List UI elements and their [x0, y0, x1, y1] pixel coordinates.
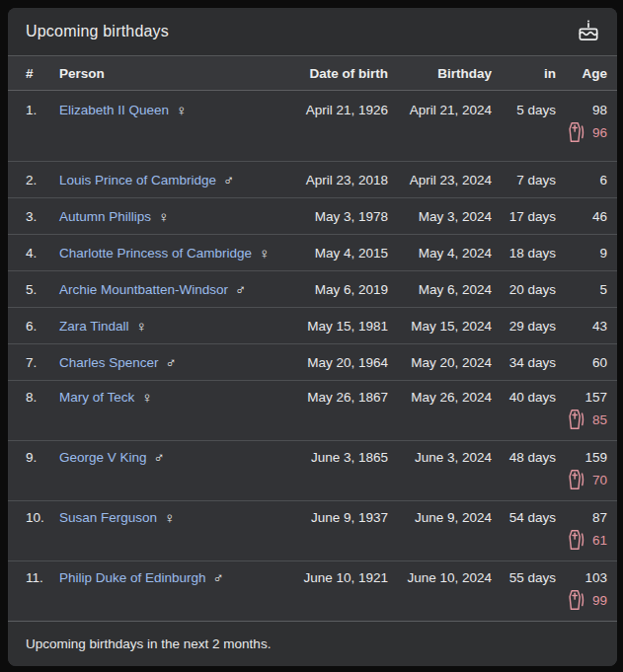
- birthday-cell: May 4, 2024: [388, 246, 492, 261]
- age-at-death: 96: [592, 125, 607, 140]
- person-link[interactable]: Archie Mountbatten-Windsor: [59, 282, 228, 297]
- date-of-birth-cell: May 20, 1964: [289, 355, 388, 370]
- age-cell: 43: [556, 319, 607, 334]
- birthday-cell: April 21, 2024: [388, 103, 492, 117]
- age-cell: 157: [556, 390, 607, 405]
- row-index: 6.: [26, 319, 51, 334]
- row-index: 3.: [26, 209, 51, 224]
- column-header-birthday: Birthday: [388, 66, 492, 81]
- age-at-death: 85: [592, 412, 607, 427]
- table-row: 10. Susan Ferguson ♀ June 9, 1937 June 9…: [8, 500, 617, 560]
- person-cell: Philip Duke of Edinburgh ♂: [51, 570, 289, 585]
- gender-icon: ♀: [141, 390, 152, 405]
- date-of-birth-cell: June 3, 1865: [289, 450, 388, 465]
- age-at-death: 99: [592, 593, 607, 608]
- gender-icon: ♂: [154, 450, 165, 465]
- table-header-row: # Person Date of birth Birthday in Age: [8, 56, 617, 91]
- card-titlebar: Upcoming birthdays: [8, 8, 617, 56]
- days-until-cell: 7 days: [492, 173, 556, 187]
- age-cell: 9: [556, 246, 607, 261]
- table-row: 6. Zara Tindall ♀ May 15, 1981 May 15, 2…: [8, 307, 617, 343]
- days-until-cell: 48 days: [492, 450, 556, 465]
- age-at-death: 61: [592, 533, 607, 548]
- row-index: 5.: [26, 282, 51, 297]
- person-link[interactable]: Autumn Phillips: [59, 209, 151, 224]
- deceased-info: 70: [492, 469, 607, 490]
- age-cell: 103: [556, 570, 607, 585]
- gender-icon: ♀: [176, 103, 187, 117]
- days-until-cell: 29 days: [492, 319, 556, 334]
- date-of-birth-cell: June 9, 1937: [289, 510, 388, 525]
- date-of-birth-cell: May 4, 2015: [289, 246, 388, 261]
- card-footer: Upcoming birthdays in the next 2 months.: [8, 621, 617, 666]
- person-cell: Louis Prince of Cambridge ♂: [51, 173, 289, 187]
- birthday-cell: April 23, 2024: [388, 173, 492, 187]
- birthday-cell: June 10, 2024: [388, 570, 492, 585]
- table-row: 5. Archie Mountbatten-Windsor ♂ May 6, 2…: [8, 270, 617, 307]
- row-index: 1.: [26, 103, 51, 117]
- table-row: 7. Charles Spencer ♂ May 20, 1964 May 20…: [8, 343, 617, 380]
- age-cell: 159: [556, 450, 607, 465]
- birthday-cell: June 3, 2024: [388, 450, 492, 465]
- row-index: 7.: [26, 355, 51, 370]
- person-link[interactable]: Mary of Teck: [59, 390, 134, 405]
- days-until-cell: 40 days: [492, 390, 556, 405]
- date-of-birth-cell: June 10, 1921: [289, 570, 388, 585]
- birthday-cell: May 20, 2024: [388, 355, 492, 370]
- row-index: 4.: [26, 246, 51, 261]
- birthday-cell: May 26, 2024: [388, 390, 492, 405]
- age-cell: 60: [556, 355, 607, 370]
- person-link[interactable]: Elizabeth II Queen: [59, 103, 169, 117]
- coffin-icon: [566, 121, 584, 143]
- gender-icon: ♀: [136, 319, 147, 334]
- date-of-birth-cell: April 21, 1926: [289, 103, 388, 117]
- row-index: 11.: [26, 570, 51, 585]
- table-row: 1. Elizabeth II Queen ♀ April 21, 1926 A…: [8, 91, 617, 161]
- row-index: 10.: [26, 510, 51, 525]
- row-index: 2.: [26, 173, 51, 187]
- table-row: 4. Charlotte Princess of Cambridge ♀ May…: [8, 234, 617, 270]
- person-link[interactable]: Susan Ferguson: [59, 510, 157, 525]
- gender-icon: ♂: [166, 355, 177, 370]
- person-cell: Susan Ferguson ♀: [51, 510, 289, 525]
- person-link[interactable]: Charles Spencer: [59, 355, 159, 370]
- age-cell: 5: [556, 282, 607, 297]
- gender-icon: ♂: [213, 570, 224, 585]
- coffin-icon: [566, 589, 584, 611]
- column-header-person: Person: [51, 66, 289, 81]
- date-of-birth-cell: May 6, 2019: [289, 282, 388, 297]
- birthday-cell: May 3, 2024: [388, 209, 492, 224]
- person-cell: Mary of Teck ♀: [51, 390, 289, 405]
- person-link[interactable]: Louis Prince of Cambridge: [59, 173, 216, 187]
- table-row: 9. George V King ♂ June 3, 1865 June 3, …: [8, 440, 617, 500]
- column-header-in: in: [492, 66, 556, 81]
- birthday-cell: May 6, 2024: [388, 282, 492, 297]
- person-cell: George V King ♂: [51, 450, 289, 465]
- table-body: 1. Elizabeth II Queen ♀ April 21, 1926 A…: [8, 91, 617, 621]
- days-until-cell: 20 days: [492, 282, 556, 297]
- person-link[interactable]: Zara Tindall: [59, 319, 129, 334]
- date-of-birth-cell: April 23, 2018: [289, 173, 388, 187]
- row-index: 8.: [26, 390, 51, 405]
- cake-icon: [576, 19, 601, 44]
- birthday-cell: May 15, 2024: [388, 319, 492, 334]
- date-of-birth-cell: May 26, 1867: [289, 390, 388, 405]
- person-link[interactable]: Philip Duke of Edinburgh: [59, 570, 206, 585]
- upcoming-birthdays-card: Upcoming birthdays # Person Date of birt…: [8, 8, 617, 666]
- table-row: 8. Mary of Teck ♀ May 26, 1867 May 26, 2…: [8, 380, 617, 440]
- page-title: Upcoming birthdays: [26, 23, 169, 40]
- days-until-cell: 54 days: [492, 510, 556, 525]
- age-cell: 87: [556, 510, 607, 525]
- table-row: 11. Philip Duke of Edinburgh ♂ June 10, …: [8, 560, 617, 621]
- person-cell: Autumn Phillips ♀: [51, 209, 289, 224]
- deceased-info: 61: [492, 529, 607, 551]
- person-cell: Elizabeth II Queen ♀: [51, 103, 289, 117]
- table-row: 3. Autumn Phillips ♀ May 3, 1978 May 3, …: [8, 197, 617, 234]
- age-cell: 98: [556, 103, 607, 117]
- days-until-cell: 5 days: [492, 103, 556, 117]
- person-link[interactable]: George V King: [59, 450, 147, 465]
- days-until-cell: 18 days: [492, 246, 556, 261]
- column-header-date-of-birth: Date of birth: [289, 66, 388, 81]
- coffin-icon: [566, 469, 584, 490]
- person-link[interactable]: Charlotte Princess of Cambridge: [59, 246, 252, 261]
